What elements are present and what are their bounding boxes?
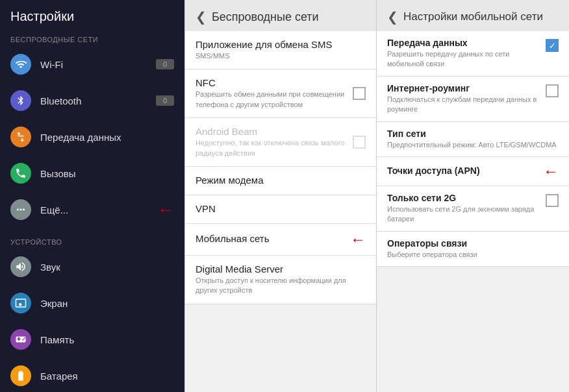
mobile-network-arrow-annotation: ← (350, 232, 366, 247)
roaming-sub: Подключаться к службам передачи данных в… (387, 95, 546, 115)
mob-item-apn[interactable]: Точки доступа (APN) ← (377, 157, 569, 186)
section-device-header: УСТРОЙСТВО (0, 233, 184, 249)
memory-label: Память (40, 334, 174, 345)
roaming-title: Интернет-роуминг (387, 83, 546, 93)
calls-label: Вызовы (40, 168, 174, 179)
bluetooth-toggle[interactable]: 0 (156, 95, 174, 106)
panel-wireless-networks: ❮ Беспроводные сети Приложение для обмен… (184, 0, 377, 392)
calls-icon (10, 163, 31, 184)
nfc-sub: Разрешить обмен данными при совмещении т… (196, 90, 353, 110)
sound-icon (10, 256, 31, 277)
android-beam-checkbox (353, 136, 366, 149)
apn-arrow-annotation: ← (543, 164, 559, 179)
panel2-title-text: Беспроводные сети (212, 10, 319, 24)
panel3-title: ❮ Настройки мобильной сети (377, 0, 569, 31)
2g-title: Только сети 2G (387, 193, 546, 203)
roaming-checkbox[interactable] (546, 84, 559, 97)
mob-item-2g[interactable]: Только сети 2G Использовать сети 2G для … (377, 186, 569, 232)
media-server-sub: Открыть доступ к носителю информации для… (196, 276, 366, 296)
bluetooth-icon (10, 90, 31, 111)
data-transfer-icon (10, 127, 31, 147)
sidebar-item-battery[interactable]: Батарея (0, 358, 184, 392)
android-beam-sub: Недоступно, так как отключена связь мало… (196, 138, 353, 158)
media-server-title: Digital Media Server (196, 263, 366, 275)
mob-item-network-type[interactable]: Тип сети Предпочтительный режим: Авто LT… (377, 122, 569, 157)
mobile-settings-list: Передача данных Разрешить передачу данны… (377, 31, 569, 392)
operators-sub: Выберите оператора связи (387, 250, 559, 260)
panel-settings: Настройки БЕСПРОВОДНЫЕ СЕТИ Wi-Fi 0 Blue… (0, 0, 184, 392)
sidebar-item-wifi[interactable]: Wi-Fi 0 (0, 46, 184, 82)
screen-label: Экран (40, 298, 174, 309)
list-item-tethering[interactable]: Режим модема (185, 167, 376, 195)
android-beam-title: Android Beam (196, 126, 353, 137)
panel3-back-arrow[interactable]: ❮ (387, 9, 398, 25)
wifi-label: Wi-Fi (40, 59, 156, 70)
data-transfer-title: Передача данных (387, 38, 546, 48)
panel2-title: ❮ Беспроводные сети (185, 0, 376, 31)
nfc-title: NFC (196, 77, 353, 88)
sidebar-item-calls[interactable]: Вызовы (0, 155, 184, 191)
more-arrow-annotation: ← (157, 201, 174, 218)
panel2-back-arrow[interactable]: ❮ (196, 9, 207, 25)
mob-item-roaming[interactable]: Интернет-роуминг Подключаться к службам … (377, 77, 569, 122)
list-item-sms[interactable]: Приложение для обмена SMS SMS/MMS (185, 31, 376, 69)
sidebar-item-bluetooth[interactable]: Bluetooth 0 (0, 82, 184, 119)
sound-label: Звук (40, 262, 174, 273)
wifi-toggle[interactable]: 0 (156, 59, 174, 69)
apn-title: Точки доступа (APN) (387, 165, 480, 176)
list-item-nfc[interactable]: NFC Разрешить обмен данными при совмещен… (185, 69, 376, 118)
more-icon (10, 199, 31, 220)
battery-icon (10, 365, 31, 386)
2g-sub: Использовать сети 2G для экономии заряда… (387, 204, 546, 225)
wifi-icon (10, 54, 31, 75)
panel1-title: Настройки (0, 0, 184, 31)
sidebar-item-more[interactable]: Ещё... ← (0, 191, 184, 228)
sms-title: Приложение для обмена SMS (196, 39, 366, 50)
sidebar-item-data[interactable]: Передача данных (0, 119, 184, 155)
list-item-vpn[interactable]: VPN (185, 195, 376, 224)
mob-item-operators[interactable]: Операторы связи Выберите оператора связи (377, 232, 569, 267)
vpn-title: VPN (196, 203, 366, 214)
operators-title: Операторы связи (387, 238, 559, 249)
panel3-title-text: Настройки мобильной сети (403, 10, 543, 23)
battery-label: Батарея (40, 371, 174, 382)
sms-sub: SMS/MMS (196, 51, 366, 61)
section-wireless-header: БЕСПРОВОДНЫЕ СЕТИ (0, 31, 184, 46)
sidebar-item-screen[interactable]: Экран (0, 285, 184, 321)
panel-mobile-network-settings: ❮ Настройки мобильной сети Передача данн… (377, 0, 569, 392)
mobile-network-title: Мобильная сеть (196, 233, 270, 244)
tethering-title: Режим модема (196, 175, 366, 186)
nfc-checkbox[interactable] (353, 87, 366, 100)
network-type-sub: Предпочтительный режим: Авто LTE/GSM/WCD… (387, 140, 559, 150)
list-item-media-server[interactable]: Digital Media Server Открыть доступ к но… (185, 256, 376, 304)
data-label: Передача данных (40, 132, 174, 143)
2g-checkbox[interactable] (546, 194, 559, 207)
list-item-mobile-network[interactable]: Мобильная сеть ← (185, 224, 376, 256)
bluetooth-label: Bluetooth (40, 95, 156, 106)
mob-item-data-transfer[interactable]: Передача данных Разрешить передачу данны… (377, 31, 569, 77)
list-item-android-beam: Android Beam Недоступно, так как отключе… (185, 118, 376, 167)
wireless-items-list: Приложение для обмена SMS SMS/MMS NFC Ра… (185, 31, 376, 392)
data-transfer-checkbox[interactable]: ✓ (546, 39, 559, 52)
more-label: Ещё... (40, 204, 157, 215)
sidebar-item-memory[interactable]: Память (0, 321, 184, 358)
sidebar-item-sound[interactable]: Звук (0, 249, 184, 285)
memory-icon (10, 329, 31, 350)
network-type-title: Тип сети (387, 129, 559, 139)
screen-icon (10, 293, 31, 313)
data-transfer-sub: Разрешить передачу данных по сети мобиль… (387, 49, 546, 69)
